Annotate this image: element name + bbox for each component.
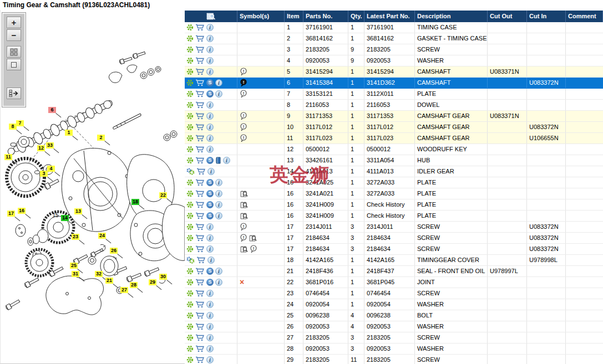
table-row[interactable]: i144111A01314111A013IDLER GEAR: [185, 166, 603, 177]
cart-icon[interactable]: [195, 290, 205, 298]
gear-icon[interactable]: [186, 112, 194, 120]
gear-icon[interactable]: [186, 35, 194, 43]
table-row[interactable]: i236814162136814162GASKET - TIMING CASE: [185, 33, 603, 44]
table-row[interactable]: i!103117L01213117L012CAMSHAFT GEARU08337…: [185, 122, 603, 133]
info-icon[interactable]: i: [215, 79, 222, 86]
table-row[interactable]: Si133342616113311A054HUB: [185, 155, 603, 166]
info-icon[interactable]: i: [206, 223, 214, 230]
gear-icon[interactable]: [186, 345, 194, 353]
info-icon[interactable]: i: [206, 345, 214, 352]
gears-icon[interactable]: [186, 257, 195, 264]
cart-icon[interactable]: [195, 157, 205, 165]
cart-icon[interactable]: [195, 112, 205, 120]
info-icon[interactable]: i: [206, 124, 214, 131]
cart-icon[interactable]: [195, 190, 205, 198]
history-book-icon[interactable]: [240, 201, 249, 209]
info-icon[interactable]: i: [206, 112, 214, 120]
info-icon[interactable]: i: [206, 323, 214, 330]
info-icon[interactable]: i: [206, 334, 214, 341]
history-book-icon[interactable]: [240, 190, 249, 198]
info-icon[interactable]: i: [206, 101, 214, 109]
diagram-callout-33[interactable]: 33: [46, 142, 54, 148]
gear-icon[interactable]: [186, 323, 194, 331]
info-icon[interactable]: i: [206, 35, 214, 42]
cart-icon[interactable]: [195, 201, 205, 209]
diagram-callout-4[interactable]: 4: [47, 166, 55, 172]
gear-icon[interactable]: [186, 124, 194, 131]
diagram-callout-26[interactable]: 26: [110, 248, 118, 254]
info-icon[interactable]: i: [206, 356, 214, 363]
cart-icon[interactable]: [195, 212, 205, 220]
table-row[interactable]: i!531415294131415294CAMSHAFTU083371N: [185, 66, 603, 78]
history-book-icon[interactable]: [249, 234, 257, 242]
diagram-callout-31[interactable]: 31: [72, 271, 79, 277]
table-row[interactable]: i!17218463432184634SCREWU083372N: [185, 233, 603, 244]
cart-icon[interactable]: [196, 168, 206, 176]
note-balloon-icon[interactable]: !: [240, 223, 247, 231]
gear-icon[interactable]: [186, 201, 194, 209]
table-row[interactable]: i8211605312116053DOWEL: [185, 100, 603, 111]
table-row[interactable]: i23074645410746454SCREW: [185, 288, 603, 299]
gears-icon[interactable]: [186, 168, 195, 176]
diagram-callout-30[interactable]: 30: [159, 274, 167, 280]
info-icon[interactable]: i: [206, 46, 214, 53]
diagram-callout-2[interactable]: 2: [97, 135, 105, 141]
supersession-icon[interactable]: S: [206, 79, 214, 86]
cart-icon[interactable]: [195, 79, 205, 87]
cart-icon[interactable]: [196, 257, 206, 264]
diagram-callout-13[interactable]: 13: [74, 208, 82, 214]
note-balloon-icon[interactable]: !: [240, 68, 247, 76]
table-row[interactable]: Si!63141538413141D362CAMSHAFTU083372N: [185, 78, 603, 89]
table-row[interactable]: i26092005340920053WASHER: [185, 321, 603, 332]
gear-icon[interactable]: [186, 79, 194, 87]
cart-icon[interactable]: [195, 223, 205, 231]
info-icon[interactable]: i: [207, 168, 215, 175]
info-icon[interactable]: i: [206, 135, 214, 142]
note-balloon-icon[interactable]: !: [240, 79, 247, 87]
diagram-callout-12[interactable]: 12: [37, 145, 45, 151]
table-row[interactable]: i4092005390920053WASHER: [185, 55, 603, 66]
gear-icon[interactable]: [186, 212, 194, 220]
info-icon[interactable]: i: [206, 234, 214, 242]
gear-icon[interactable]: [186, 245, 194, 253]
table-row[interactable]: Si163241A02113272A033PLATE: [185, 188, 603, 199]
gear-icon[interactable]: [186, 223, 194, 231]
supersession-icon[interactable]: S: [206, 179, 214, 186]
diagram-callout-6[interactable]: 6: [48, 107, 56, 113]
info-icon[interactable]: i: [215, 212, 222, 219]
info-icon[interactable]: i: [207, 257, 215, 264]
supersession-icon[interactable]: S: [206, 212, 214, 219]
gear-icon[interactable]: [186, 279, 194, 286]
table-row[interactable]: i24092005410920054WASHER: [185, 299, 603, 310]
supersession-icon[interactable]: S: [206, 90, 214, 98]
diagram-callout-22[interactable]: 22: [159, 192, 167, 198]
gear-icon[interactable]: [186, 190, 194, 198]
gear-icon[interactable]: [186, 356, 194, 364]
diagram-callout-3[interactable]: 3: [40, 171, 48, 177]
cart-icon[interactable]: [195, 101, 205, 109]
table-row[interactable]: i25009623840096238BOLT: [185, 310, 603, 321]
single-view-button[interactable]: [7, 59, 21, 70]
cart-icon[interactable]: [195, 345, 205, 353]
deleted-cross-icon[interactable]: ×: [240, 279, 244, 286]
diagram-callout-23[interactable]: 23: [72, 234, 79, 240]
table-row[interactable]: i!113117L02313117L023CAMSHAFT GEARU10665…: [185, 133, 603, 144]
info-icon[interactable]: i: [215, 179, 222, 186]
cart-icon[interactable]: [195, 268, 205, 275]
diagram-callout-32[interactable]: 32: [95, 271, 103, 277]
note-balloon-icon[interactable]: !: [240, 112, 247, 120]
gear-icon[interactable]: [186, 135, 194, 142]
cart-icon[interactable]: [195, 124, 205, 131]
cart-icon[interactable]: [195, 90, 205, 98]
info-icon[interactable]: i: [215, 90, 222, 98]
info-icon[interactable]: i: [215, 268, 222, 275]
info-icon[interactable]: i: [206, 290, 214, 297]
diagram-callout-1[interactable]: 1: [65, 130, 73, 136]
supersession-icon[interactable]: S: [206, 268, 214, 275]
gear-icon[interactable]: [186, 312, 194, 320]
diagram-callout-24[interactable]: 24: [98, 233, 106, 239]
diagram-callout-28[interactable]: 28: [130, 282, 138, 288]
supersession-icon[interactable]: S: [206, 190, 214, 197]
table-row[interactable]: Si163241H0091Check HistoryPLATE: [185, 199, 603, 211]
info-icon[interactable]: i: [206, 24, 214, 31]
